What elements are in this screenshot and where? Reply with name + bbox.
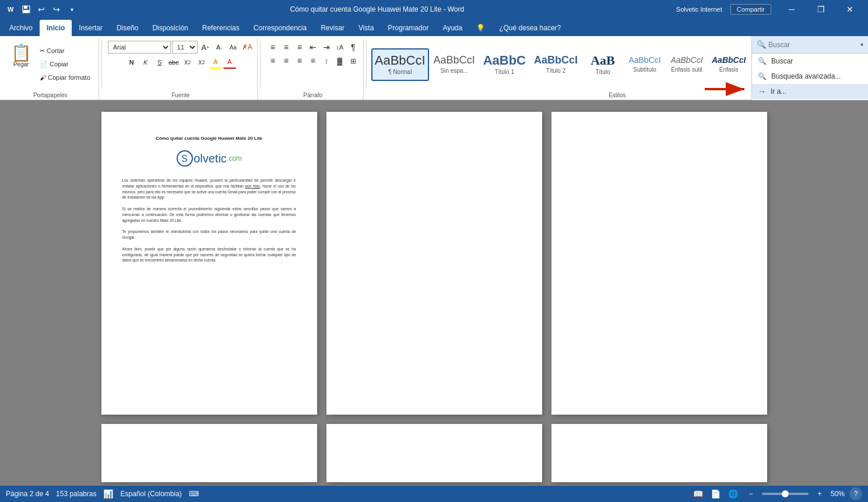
font-family-select[interactable]: Arial <box>108 41 171 54</box>
zoom-level: 50% <box>831 490 845 498</box>
tab-ideas[interactable]: 💡 <box>469 20 492 36</box>
search-advanced-item[interactable]: 🔍 Búsqueda avanzada... <box>752 69 868 84</box>
word-icon: W <box>5 3 17 16</box>
page-1-content: Cómo quitar cuenta Google Huawei Mate 20… <box>101 112 317 287</box>
language-label[interactable]: Español (Colombia) <box>120 490 181 498</box>
style-normal[interactable]: AaBbCcI ¶ Normal <box>371 48 429 81</box>
underline-button[interactable]: S <box>153 56 166 69</box>
search-panel-header: 🔍 ▾ <box>752 36 868 54</box>
web-layout-button[interactable]: 🌐 <box>727 487 740 500</box>
align-right-button[interactable]: ≡ <box>293 55 306 68</box>
search-input[interactable] <box>768 41 858 49</box>
language-icon[interactable]: ⌨ <box>189 490 199 498</box>
cut-button[interactable]: ✂ Cortar <box>36 44 94 57</box>
sort-button[interactable]: ↕A <box>333 41 346 54</box>
share-button[interactable]: Compartir <box>730 4 771 15</box>
numbering-button[interactable]: ≡ <box>280 41 293 54</box>
zoom-in-button[interactable]: + <box>813 487 826 500</box>
bold-button[interactable]: N <box>125 56 138 69</box>
help-button[interactable]: ? <box>849 487 862 500</box>
title-bar: W ↩ ↪ ▾ Cómo quitar cuenta Google Huawei… <box>0 0 868 19</box>
italic-button[interactable]: K <box>139 56 152 69</box>
tab-ayuda[interactable]: Ayuda <box>435 20 469 36</box>
clear-format-button[interactable]: ✗A <box>241 41 254 54</box>
search-panel: 🔍 ▾ 🔍 Buscar 🔍 Búsqueda avanzada... → Ir… <box>751 36 868 100</box>
change-case-button[interactable]: Aa <box>227 41 240 54</box>
page-3 <box>551 112 767 415</box>
tab-programador[interactable]: Programador <box>381 20 435 36</box>
tab-disposicion[interactable]: Disposición <box>145 20 195 36</box>
solvetic-domain: .com <box>227 154 242 164</box>
tab-vista[interactable]: Vista <box>352 20 381 36</box>
search-goto-icon: → <box>758 87 766 96</box>
paste-button[interactable]: 📋 Pegar <box>7 41 35 71</box>
page-6 <box>551 424 767 482</box>
save-button[interactable] <box>20 3 33 16</box>
line-spacing-button[interactable]: ↕ <box>320 55 333 68</box>
subscript-button[interactable]: X2 <box>181 56 194 69</box>
undo-button[interactable]: ↩ <box>35 3 48 16</box>
pages-row-2 <box>101 424 767 482</box>
align-center-button[interactable]: ≡ <box>280 55 293 68</box>
align-left-button[interactable]: ≡ <box>266 55 279 68</box>
paragraph-1: Los sistemas operativos de los equipos H… <box>122 178 296 200</box>
page-2 <box>326 112 542 415</box>
font-size-select[interactable]: 11 <box>172 41 198 54</box>
tab-insertar[interactable]: Insertar <box>72 20 110 36</box>
font-color-button[interactable]: A <box>223 56 236 69</box>
fuente-group: Arial 11 A+ A- Aa ✗A N K S abc X2 X2 A A <box>104 38 258 100</box>
ribbon: 📋 Pegar ✂ Cortar 📄 Copiar 🖌 Copiar forma… <box>0 36 868 100</box>
tab-que-desea[interactable]: ¿Qué desea hacer? <box>492 20 568 36</box>
superscript-button[interactable]: X2 <box>195 56 208 69</box>
tab-inicio[interactable]: Inicio <box>40 20 72 36</box>
page-5 <box>326 424 542 482</box>
tab-archivo[interactable]: Archivo <box>2 20 40 36</box>
tab-correspondencia[interactable]: Correspondencia <box>247 20 314 36</box>
app-name-label: Solvetic Internet <box>676 6 722 13</box>
style-heading2[interactable]: AaBbCcI Título 2 <box>530 48 581 81</box>
search-buscar-item[interactable]: 🔍 Buscar <box>752 54 868 69</box>
strikethrough-button[interactable]: abc <box>167 56 180 69</box>
restore-button[interactable]: ❐ <box>807 0 834 19</box>
title-bar-left: W ↩ ↪ ▾ <box>5 3 78 16</box>
word-count-icon[interactable]: 📊 <box>103 489 113 499</box>
read-mode-button[interactable]: 📖 <box>692 487 705 500</box>
zoom-slider[interactable] <box>762 493 809 495</box>
style-no-space[interactable]: AaBbCcI Sin espa... <box>430 48 479 81</box>
show-marks-button[interactable]: ¶ <box>347 41 360 54</box>
increase-font-button[interactable]: A+ <box>199 41 212 54</box>
style-emphasis[interactable]: AaBbCcI Énfasis <box>708 48 749 81</box>
search-dropdown-button[interactable]: ▾ <box>860 41 863 48</box>
multilevel-button[interactable]: ≡ <box>293 41 306 54</box>
tab-revisar[interactable]: Revisar <box>314 20 352 36</box>
minimize-button[interactable]: ─ <box>778 0 805 19</box>
svg-rect-4 <box>23 10 29 13</box>
print-layout-button[interactable]: 📄 <box>709 487 722 500</box>
bullets-button[interactable]: ≡ <box>266 41 279 54</box>
style-heading1[interactable]: AaBbC Título 1 <box>480 48 529 81</box>
svg-rect-3 <box>24 6 27 9</box>
paragraph-2: Si se realiza de manera correcta el proc… <box>122 206 296 223</box>
shading-button[interactable]: ▓ <box>333 55 346 68</box>
parrafo-label: Párrafo <box>266 90 360 100</box>
text-highlight-button[interactable]: A <box>209 56 222 69</box>
search-goto-item[interactable]: → Ir a... <box>752 84 868 99</box>
justify-button[interactable]: ≡ <box>307 55 319 68</box>
tab-diseno[interactable]: Diseño <box>110 20 145 36</box>
style-subtle-emphasis[interactable]: AaBbCcI Énfasis sutil <box>666 48 707 81</box>
redo-button[interactable]: ↪ <box>50 3 63 16</box>
solvetic-circle-icon: S <box>176 150 194 167</box>
copy-format-button[interactable]: 🖌 Copiar formato <box>36 71 94 84</box>
borders-button[interactable]: ⊞ <box>347 55 360 68</box>
decrease-font-button[interactable]: A- <box>213 41 226 54</box>
decrease-indent-button[interactable]: ⇤ <box>307 41 319 54</box>
document-logo: S olvetic .com <box>122 150 296 167</box>
style-title[interactable]: AaB Título <box>582 48 623 81</box>
close-button[interactable]: ✕ <box>837 0 863 19</box>
increase-indent-button[interactable]: ⇥ <box>320 41 333 54</box>
copy-button[interactable]: 📄 Copiar <box>36 58 94 70</box>
zoom-out-button[interactable]: − <box>744 487 757 500</box>
style-subtitle[interactable]: AaBbCcI Subtítulo <box>624 48 665 81</box>
tab-referencias[interactable]: Referencias <box>195 20 247 36</box>
customize-qat-button[interactable]: ▾ <box>65 3 78 16</box>
